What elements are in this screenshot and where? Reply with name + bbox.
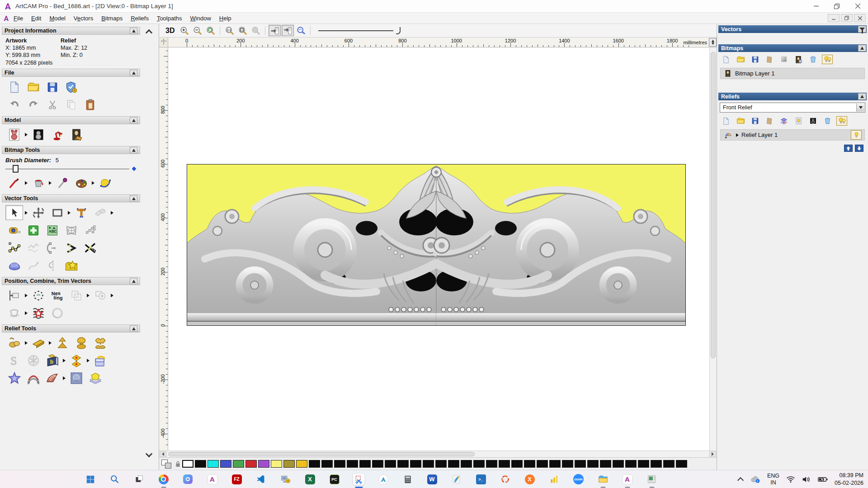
fit-arcs-button[interactable] — [43, 240, 61, 255]
nesting-button[interactable]: Nesting — [48, 288, 66, 303]
vector-library-button[interactable] — [62, 258, 80, 273]
scroll-down-icon[interactable] — [146, 450, 153, 458]
palette-swatch[interactable] — [435, 460, 447, 468]
bitmap-layer-row[interactable]: Bitmap Layer 1 — [720, 68, 865, 79]
collapse-button[interactable] — [130, 117, 137, 123]
freehand-sketch-icon[interactable] — [24, 240, 42, 255]
new-relief-layer-button[interactable] — [721, 116, 731, 126]
powershell-icon[interactable]: >_ — [475, 473, 487, 485]
relief-artwork-image[interactable] — [187, 164, 686, 326]
section-relief-tools[interactable]: Relief Tools — [2, 324, 140, 333]
clock[interactable]: 08:39 PM05-02-2026 — [835, 472, 863, 487]
copilot-icon[interactable] — [182, 473, 194, 485]
collapse-button[interactable] — [130, 195, 137, 202]
zoom-to-fit-button[interactable] — [236, 25, 249, 36]
menu-vectors[interactable]: Vectors — [70, 14, 97, 23]
palette-swatch[interactable] — [397, 460, 409, 468]
palette-swatch[interactable] — [385, 460, 396, 468]
palette-swatch[interactable] — [220, 460, 231, 468]
palette-swatch[interactable] — [511, 460, 523, 468]
envelope-distortion-icon[interactable] — [62, 223, 80, 238]
redo-button[interactable] — [24, 97, 42, 112]
bitmap-preview-icon[interactable] — [793, 55, 804, 64]
interlocking-vectors-icon[interactable] — [48, 305, 66, 320]
palette-swatch[interactable] — [575, 460, 586, 468]
start-button[interactable] — [84, 473, 96, 485]
artcam-taskbar-icon[interactable]: A — [206, 473, 218, 485]
colour-picker-button[interactable] — [53, 175, 71, 190]
battery-icon[interactable] — [818, 476, 828, 483]
brush-diameter-slider[interactable] — [5, 164, 137, 174]
document-icon[interactable] — [3, 15, 9, 22]
flyout-arrow-icon[interactable] — [87, 294, 90, 297]
align-vectors-button[interactable] — [5, 288, 23, 303]
invert-model-button[interactable] — [29, 127, 47, 142]
horizontal-scrollbar-thumb[interactable] — [168, 452, 475, 456]
section-file[interactable]: File — [2, 69, 140, 77]
ruler-origin-icon[interactable] — [159, 38, 168, 47]
section-project-information[interactable]: Project Information — [2, 27, 140, 35]
bitmap-to-vector-button[interactable] — [96, 175, 114, 190]
section-vector-tools[interactable]: Vector Tools — [2, 194, 140, 202]
fillet-corners-icon[interactable] — [5, 305, 23, 320]
palette-swatch[interactable] — [296, 460, 307, 468]
palette-swatch[interactable] — [613, 460, 624, 468]
texture-paper-icon[interactable] — [764, 116, 775, 126]
line-width-slider[interactable] — [318, 25, 404, 36]
texture-relief-button[interactable]: b — [43, 353, 61, 368]
sketch-zoom-icon[interactable] — [295, 25, 307, 36]
vertical-scrollbar-thumb[interactable] — [711, 52, 716, 358]
save-file-button[interactable] — [43, 80, 61, 94]
clipped-relief-tool-icon[interactable] — [43, 388, 61, 393]
palette-swatch[interactable] — [676, 460, 687, 468]
trim-vectors-button[interactable] — [81, 240, 99, 255]
file-explorer-icon[interactable] — [597, 473, 609, 485]
flyout-arrow-icon[interactable] — [111, 294, 113, 297]
palette-swatch[interactable] — [600, 460, 611, 468]
undo-button[interactable] — [5, 97, 23, 112]
switch-to-3d-button[interactable]: 3D — [163, 27, 177, 35]
task-view-button[interactable] — [133, 473, 145, 485]
palette-swatch[interactable] — [549, 460, 561, 468]
child-restore-button[interactable] — [841, 14, 853, 22]
artcam-window-icon[interactable]: A — [621, 473, 633, 485]
relief-layer-row[interactable]: Relief Layer 1 — [720, 129, 865, 141]
dev-home-icon[interactable] — [377, 473, 389, 485]
node-editing-button[interactable] — [24, 223, 42, 238]
toggle-right-panel-button[interactable] — [282, 25, 294, 36]
palette-swatch[interactable] — [372, 460, 383, 468]
filezilla-icon[interactable]: FZ — [231, 473, 243, 485]
palette-swatch[interactable] — [208, 460, 219, 468]
offset-relief-button[interactable] — [91, 353, 109, 368]
layer-visibility-button[interactable] — [851, 130, 862, 140]
clipped-relief-tool-icon[interactable] — [81, 388, 99, 393]
zoom-out-button[interactable] — [191, 25, 203, 36]
bitmaps-panel-header[interactable]: Bitmaps — [718, 44, 867, 52]
weave-wizard-icon[interactable] — [24, 353, 42, 368]
expand-layer-icon[interactable] — [736, 133, 739, 137]
scroll-up-icon[interactable] — [146, 29, 153, 37]
new-model-button[interactable] — [5, 80, 23, 94]
copy-icon[interactable] — [62, 97, 80, 112]
save-relief-layer-button[interactable] — [750, 116, 760, 126]
clipped-relief-tool-icon[interactable] — [5, 388, 23, 393]
lighting-button[interactable] — [48, 127, 66, 142]
palette-swatch[interactable] — [423, 460, 434, 468]
mirror-vectors-icon[interactable] — [43, 258, 61, 273]
menu-window[interactable]: Window — [186, 14, 215, 23]
create-text-button[interactable] — [72, 205, 90, 220]
palette-swatch[interactable] — [195, 460, 206, 468]
palette-swatch[interactable] — [499, 460, 510, 468]
flyout-arrow-icon[interactable] — [25, 181, 28, 185]
menu-toolpaths[interactable]: Toolpaths — [153, 14, 186, 23]
add-relief-button[interactable] — [53, 335, 71, 350]
measure-tool-button[interactable] — [5, 223, 23, 238]
scroll-right-icon[interactable] — [709, 451, 716, 457]
close-button[interactable] — [847, 0, 868, 12]
toggle-left-panel-button[interactable] — [269, 25, 281, 36]
search-icon[interactable] — [108, 473, 121, 485]
collapse-button[interactable] — [130, 28, 137, 34]
flyout-arrow-icon[interactable] — [25, 341, 28, 345]
calculator-icon[interactable] — [401, 473, 414, 485]
ubuntu-icon[interactable] — [499, 473, 511, 485]
